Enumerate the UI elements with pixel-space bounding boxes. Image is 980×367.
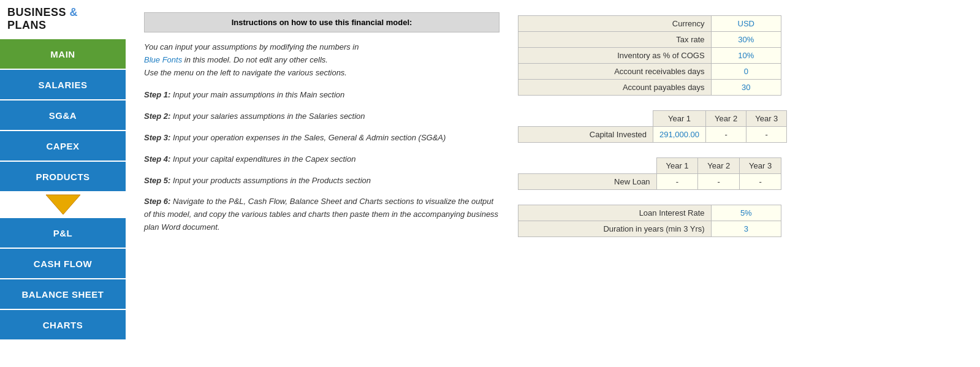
table1-value-2: 10% xyxy=(711,48,781,64)
step-6-text: Navigate to the P&L, Cash Flow, Balance … xyxy=(144,197,498,232)
right-panel: Currency USD Tax rate 30% Inventory as %… xyxy=(518,12,781,355)
new-loan-y2: - xyxy=(698,174,740,190)
logo-business: BUSINESS xyxy=(7,6,66,18)
logo-amp: & xyxy=(70,6,78,18)
step-5: Step 5: Input your products assumptions … xyxy=(144,175,499,187)
sidebar-item-sga[interactable]: SG&A xyxy=(0,100,126,130)
step-2-bold: Step 2: xyxy=(144,112,170,121)
table3-year1-header: Year 1 xyxy=(656,158,698,174)
step-3-bold: Step 3: xyxy=(144,133,170,142)
table1-label-0: Currency xyxy=(518,16,712,32)
step-4: Step 4: Input your capital expenditures … xyxy=(144,153,499,166)
table3-year2-header: Year 2 xyxy=(698,158,740,174)
table4-row: Loan Interest Rate 5% xyxy=(518,205,781,221)
intro-line3: Use the menu on the left to navigate the… xyxy=(144,68,347,77)
intro-text: You can input your assumptions by modify… xyxy=(144,41,499,79)
intro-line1: You can input your assumptions by modify… xyxy=(144,42,359,51)
table1-row: Inventory as % of COGS 10% xyxy=(518,48,781,64)
table2-corner xyxy=(518,111,653,127)
table2-year2-header: Year 2 xyxy=(706,111,746,127)
step-3-text: Input your operation expenses in the Sal… xyxy=(173,133,446,142)
sidebar: BUSINESS & PLANS MAIN SALARIES SG&A CAPE… xyxy=(0,0,126,367)
table4-value-0: 5% xyxy=(711,205,781,221)
table1-label-1: Tax rate xyxy=(518,32,712,48)
new-loan-y1: - xyxy=(656,174,698,190)
main-content: Instructions on how to use this financia… xyxy=(126,0,980,367)
capital-invested-table: Year 1 Year 2 Year 3 Capital Invested 29… xyxy=(518,110,787,143)
capital-invested-y2: - xyxy=(706,127,746,143)
capital-invested-label: Capital Invested xyxy=(518,127,653,143)
sidebar-item-salaries[interactable]: SALARIES xyxy=(0,70,126,99)
table1-value-3: 0 xyxy=(711,64,781,80)
table3-year3-header: Year 3 xyxy=(740,158,781,174)
step-6: Step 6: Navigate to the P&L, Cash Flow, … xyxy=(144,195,499,233)
step-6-bold: Step 6: xyxy=(144,197,170,206)
step-4-bold: Step 4: xyxy=(144,154,170,164)
table1-label-4: Account payables days xyxy=(518,80,712,96)
logo: BUSINESS & PLANS xyxy=(0,0,126,39)
step-1-bold: Step 1: xyxy=(144,90,170,99)
table1-value-0: USD xyxy=(711,16,781,32)
main-assumptions-table: Currency USD Tax rate 30% Inventory as %… xyxy=(518,15,781,96)
step-3: Step 3: Input your operation expenses in… xyxy=(144,132,499,145)
sidebar-item-pl[interactable]: P&L xyxy=(0,218,126,248)
capital-invested-y1: 291,000.00 xyxy=(653,127,706,143)
capital-invested-y3: - xyxy=(746,127,787,143)
table1-value-1: 30% xyxy=(711,32,781,48)
instructions-header: Instructions on how to use this financia… xyxy=(144,12,499,32)
table2-year3-header: Year 3 xyxy=(746,111,787,127)
table4-value-1: 3 xyxy=(711,221,781,237)
sidebar-item-balancesheet[interactable]: BALANCE SHEET xyxy=(0,279,126,309)
step-4-text: Input your capital expenditures in the C… xyxy=(173,154,355,164)
step-2: Step 2: Input your salaries assumptions … xyxy=(144,110,499,123)
sidebar-item-cashflow[interactable]: CASH FLOW xyxy=(0,249,126,278)
table1-row: Account receivables days 0 xyxy=(518,64,781,80)
loan-details-table: Loan Interest Rate 5% Duration in years … xyxy=(518,205,781,237)
table1-value-4: 30 xyxy=(711,80,781,96)
arrow-indicator xyxy=(0,192,126,217)
sidebar-item-products[interactable]: PRODUCTS xyxy=(0,162,126,191)
step-1: Step 1: Input your main assumptions in t… xyxy=(144,89,499,102)
step-5-bold: Step 5: xyxy=(144,176,170,185)
table1-label-2: Inventory as % of COGS xyxy=(518,48,712,64)
table1-label-3: Account receivables days xyxy=(518,64,712,80)
sidebar-item-main[interactable]: MAIN xyxy=(0,39,126,69)
step-5-text: Input your products assumptions in the P… xyxy=(173,176,371,185)
svg-marker-0 xyxy=(46,195,80,214)
table1-row: Currency USD xyxy=(518,16,781,32)
new-loan-y3: - xyxy=(740,174,781,190)
step-1-text: Input your main assumptions in this Main… xyxy=(173,90,344,99)
table3-corner xyxy=(518,158,657,174)
intro-blue: Blue Fonts xyxy=(144,55,182,64)
table1-row: Tax rate 30% xyxy=(518,32,781,48)
logo-plans: PLANS xyxy=(7,19,47,31)
table2-year1-header: Year 1 xyxy=(653,111,706,127)
table4-label-0: Loan Interest Rate xyxy=(518,205,712,221)
new-loan-table: Year 1 Year 2 Year 3 New Loan - - - xyxy=(518,157,781,190)
table4-row: Duration in years (min 3 Yrs) 3 xyxy=(518,221,781,237)
table1-row: Account payables days 30 xyxy=(518,80,781,96)
table4-label-1: Duration in years (min 3 Yrs) xyxy=(518,221,712,237)
instructions-panel: Instructions on how to use this financia… xyxy=(144,12,499,355)
step-2-text: Input your salaries assumptions in the S… xyxy=(173,112,365,121)
intro-line2: in this model. Do not edit any other cel… xyxy=(182,55,328,64)
new-loan-label: New Loan xyxy=(518,174,657,190)
sidebar-item-charts[interactable]: CHARTS xyxy=(0,310,126,339)
sidebar-item-capex[interactable]: CAPEX xyxy=(0,131,126,161)
